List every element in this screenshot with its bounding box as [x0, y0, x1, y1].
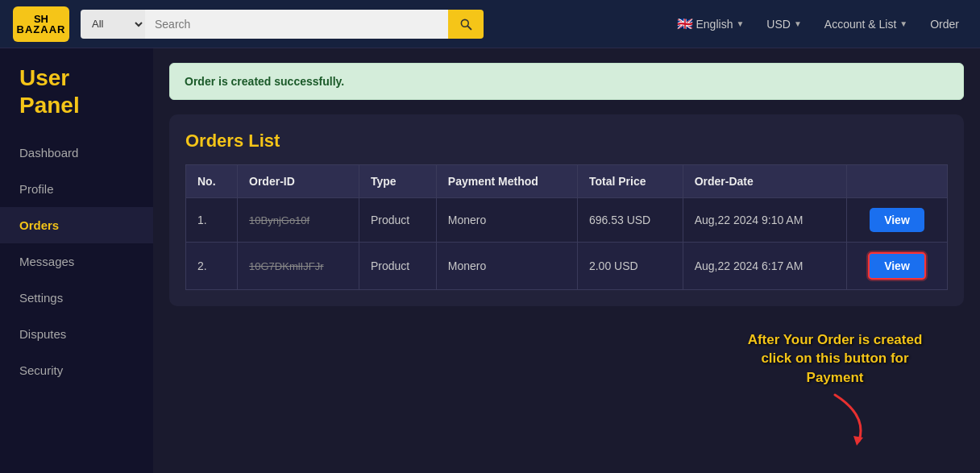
search-input[interactable]: [145, 10, 448, 39]
language-selector[interactable]: 🇬🇧 English ▼: [669, 11, 753, 36]
sidebar-item-disputes-label: Disputes: [19, 327, 66, 341]
layout: User Panel Dashboard Profile Orders Mess…: [0, 48, 980, 473]
annotation-text: After Your Order is created click on thi…: [738, 330, 932, 388]
orders-title: Orders List: [185, 131, 948, 151]
col-type: Type: [359, 165, 436, 198]
row1-payment-method: Monero: [436, 198, 577, 243]
row1-action: View: [846, 198, 947, 243]
main-content: Order is created successfully. Orders Li…: [153, 48, 980, 473]
row1-order-id-value: 10BynjGo10f: [249, 214, 309, 226]
header-nav: 🇬🇧 English ▼ USD ▼ Account & List ▼ Orde…: [669, 11, 968, 36]
sidebar-item-security[interactable]: Security: [0, 352, 153, 388]
row1-total-price: 696.53 USD: [577, 198, 683, 243]
row1-type: Product: [359, 198, 436, 243]
currency-selector[interactable]: USD ▼: [758, 13, 809, 35]
table-header-row: No. Order-ID Type Payment Method Total P…: [186, 165, 948, 198]
account-list-label: Account & List: [824, 18, 897, 31]
sidebar-item-messages[interactable]: Messages: [0, 243, 153, 280]
col-payment-method: Payment Method: [436, 165, 577, 198]
table-row: 2. 10G7DKmlIJFJr Product Monero 2.00 USD…: [186, 243, 948, 290]
language-label: English: [696, 18, 733, 31]
orders-table: No. Order-ID Type Payment Method Total P…: [185, 164, 948, 290]
row1-view-button[interactable]: View: [870, 208, 924, 232]
sidebar-item-messages-label: Messages: [19, 255, 74, 268]
search-icon: [459, 18, 472, 31]
order-nav-item[interactable]: Order: [922, 13, 967, 35]
svg-marker-2: [853, 436, 863, 446]
logo[interactable]: SH BAZAAR: [13, 6, 69, 42]
sidebar-item-settings[interactable]: Settings: [0, 280, 153, 316]
search-button[interactable]: [448, 10, 484, 39]
search-category-select[interactable]: All: [81, 10, 145, 39]
table-row: 1. 10BynjGo10f Product Monero 696.53 USD…: [186, 198, 948, 243]
user-panel-title: User Panel: [0, 64, 153, 135]
sidebar: User Panel Dashboard Profile Orders Mess…: [0, 48, 153, 473]
orders-section: Orders List No. Order-ID Type Payment Me…: [169, 114, 964, 306]
annotation-area: After Your Order is created click on thi…: [738, 330, 932, 450]
sidebar-item-settings-label: Settings: [19, 291, 63, 305]
row2-type: Product: [359, 243, 436, 290]
row2-view-button[interactable]: View: [868, 252, 926, 280]
col-order-id: Order-ID: [238, 165, 359, 198]
row2-order-id: 10G7DKmlIJFJr: [238, 243, 359, 290]
alert-message: Order is created successfully.: [185, 75, 344, 88]
row2-order-id-value: 10G7DKmlIJFJr: [249, 260, 323, 272]
sidebar-item-security-label: Security: [19, 363, 63, 377]
sidebar-item-dashboard-label: Dashboard: [19, 146, 78, 160]
sidebar-item-profile-label: Profile: [19, 182, 54, 196]
currency-label: USD: [766, 18, 791, 31]
sidebar-item-dashboard[interactable]: Dashboard: [0, 135, 153, 171]
row1-no: 1.: [186, 198, 238, 243]
language-dropdown-arrow: ▼: [736, 19, 744, 28]
account-dropdown-arrow: ▼: [899, 19, 907, 28]
row1-order-id: 10BynjGo10f: [238, 198, 359, 243]
row2-action: View: [846, 243, 947, 290]
success-alert: Order is created successfully.: [169, 63, 964, 100]
row2-total-price: 2.00 USD: [577, 243, 683, 290]
logo-text: SH BAZAAR: [17, 14, 66, 35]
col-action: [846, 165, 947, 198]
header: SH BAZAAR All 🇬🇧 English ▼ USD ▼ Account…: [0, 0, 980, 48]
sidebar-item-orders-label: Orders: [19, 218, 59, 232]
currency-dropdown-arrow: ▼: [794, 19, 802, 28]
col-no: No.: [186, 165, 238, 198]
row2-order-date: Aug,22 2024 6:17 AM: [683, 243, 846, 290]
col-order-date: Order-Date: [683, 165, 846, 198]
order-label: Order: [930, 18, 959, 31]
row2-no: 2.: [186, 243, 238, 290]
sidebar-item-orders[interactable]: Orders: [0, 207, 153, 243]
col-total-price: Total Price: [577, 165, 683, 198]
svg-line-1: [467, 26, 471, 29]
sidebar-item-profile[interactable]: Profile: [0, 171, 153, 207]
search-bar: All: [81, 10, 484, 39]
account-list-selector[interactable]: Account & List ▼: [816, 13, 916, 35]
flag-icon: 🇬🇧: [677, 16, 693, 31]
row2-view-btn-wrap: View: [868, 252, 926, 280]
row1-order-date: Aug,22 2024 9:10 AM: [683, 198, 846, 243]
annotation-arrow: [799, 391, 871, 450]
sidebar-item-disputes[interactable]: Disputes: [0, 316, 153, 352]
row2-payment-method: Monero: [436, 243, 577, 290]
